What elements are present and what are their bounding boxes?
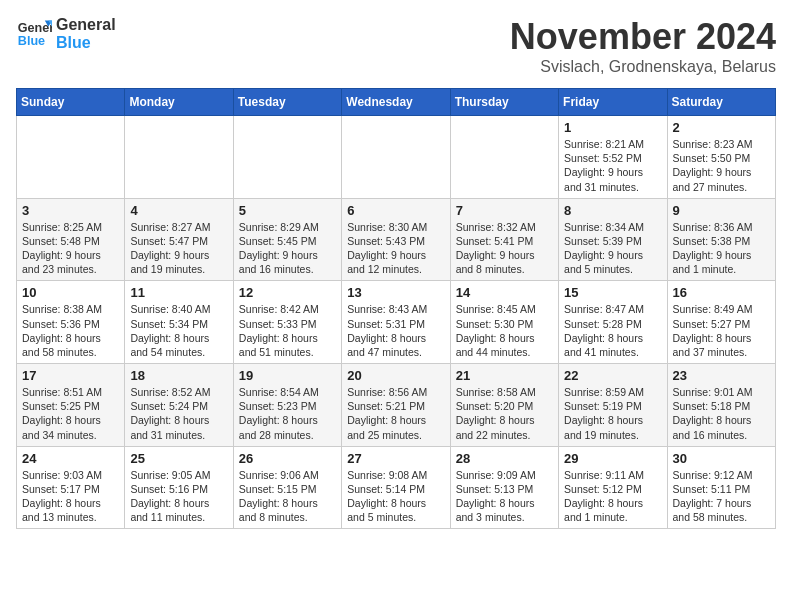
- calendar-cell: 29Sunrise: 9:11 AM Sunset: 5:12 PM Dayli…: [559, 446, 667, 529]
- calendar-cell: 20Sunrise: 8:56 AM Sunset: 5:21 PM Dayli…: [342, 364, 450, 447]
- day-number: 17: [22, 368, 119, 383]
- day-info: Sunrise: 8:54 AM Sunset: 5:23 PM Dayligh…: [239, 385, 336, 442]
- day-number: 1: [564, 120, 661, 135]
- day-info: Sunrise: 8:58 AM Sunset: 5:20 PM Dayligh…: [456, 385, 553, 442]
- header-friday: Friday: [559, 89, 667, 116]
- day-number: 14: [456, 285, 553, 300]
- header-tuesday: Tuesday: [233, 89, 341, 116]
- day-info: Sunrise: 8:45 AM Sunset: 5:30 PM Dayligh…: [456, 302, 553, 359]
- calendar-cell: [342, 116, 450, 199]
- calendar-cell: [125, 116, 233, 199]
- calendar-cell: 21Sunrise: 8:58 AM Sunset: 5:20 PM Dayli…: [450, 364, 558, 447]
- day-info: Sunrise: 8:49 AM Sunset: 5:27 PM Dayligh…: [673, 302, 770, 359]
- calendar-cell: [233, 116, 341, 199]
- day-info: Sunrise: 9:03 AM Sunset: 5:17 PM Dayligh…: [22, 468, 119, 525]
- day-number: 9: [673, 203, 770, 218]
- calendar-cell: 6Sunrise: 8:30 AM Sunset: 5:43 PM Daylig…: [342, 198, 450, 281]
- header-saturday: Saturday: [667, 89, 775, 116]
- calendar-cell: 5Sunrise: 8:29 AM Sunset: 5:45 PM Daylig…: [233, 198, 341, 281]
- day-number: 11: [130, 285, 227, 300]
- day-info: Sunrise: 8:36 AM Sunset: 5:38 PM Dayligh…: [673, 220, 770, 277]
- day-info: Sunrise: 8:30 AM Sunset: 5:43 PM Dayligh…: [347, 220, 444, 277]
- calendar-cell: 17Sunrise: 8:51 AM Sunset: 5:25 PM Dayli…: [17, 364, 125, 447]
- calendar-table: SundayMondayTuesdayWednesdayThursdayFrid…: [16, 88, 776, 529]
- day-info: Sunrise: 8:43 AM Sunset: 5:31 PM Dayligh…: [347, 302, 444, 359]
- day-info: Sunrise: 8:32 AM Sunset: 5:41 PM Dayligh…: [456, 220, 553, 277]
- calendar-cell: 27Sunrise: 9:08 AM Sunset: 5:14 PM Dayli…: [342, 446, 450, 529]
- title-block: November 2024 Svislach, Grodnenskaya, Be…: [510, 16, 776, 76]
- calendar-cell: 12Sunrise: 8:42 AM Sunset: 5:33 PM Dayli…: [233, 281, 341, 364]
- header-sunday: Sunday: [17, 89, 125, 116]
- day-info: Sunrise: 8:34 AM Sunset: 5:39 PM Dayligh…: [564, 220, 661, 277]
- calendar-cell: 28Sunrise: 9:09 AM Sunset: 5:13 PM Dayli…: [450, 446, 558, 529]
- calendar-cell: 25Sunrise: 9:05 AM Sunset: 5:16 PM Dayli…: [125, 446, 233, 529]
- day-number: 24: [22, 451, 119, 466]
- calendar-cell: 7Sunrise: 8:32 AM Sunset: 5:41 PM Daylig…: [450, 198, 558, 281]
- calendar-cell: 19Sunrise: 8:54 AM Sunset: 5:23 PM Dayli…: [233, 364, 341, 447]
- day-number: 12: [239, 285, 336, 300]
- header-wednesday: Wednesday: [342, 89, 450, 116]
- day-info: Sunrise: 9:01 AM Sunset: 5:18 PM Dayligh…: [673, 385, 770, 442]
- calendar-cell: 13Sunrise: 8:43 AM Sunset: 5:31 PM Dayli…: [342, 281, 450, 364]
- day-number: 7: [456, 203, 553, 218]
- calendar-cell: 30Sunrise: 9:12 AM Sunset: 5:11 PM Dayli…: [667, 446, 775, 529]
- day-number: 13: [347, 285, 444, 300]
- calendar-cell: 14Sunrise: 8:45 AM Sunset: 5:30 PM Dayli…: [450, 281, 558, 364]
- calendar-cell: 9Sunrise: 8:36 AM Sunset: 5:38 PM Daylig…: [667, 198, 775, 281]
- calendar-cell: 10Sunrise: 8:38 AM Sunset: 5:36 PM Dayli…: [17, 281, 125, 364]
- logo-icon: General Blue: [16, 16, 52, 52]
- calendar-cell: 2Sunrise: 8:23 AM Sunset: 5:50 PM Daylig…: [667, 116, 775, 199]
- month-title: November 2024: [510, 16, 776, 58]
- calendar-cell: 22Sunrise: 8:59 AM Sunset: 5:19 PM Dayli…: [559, 364, 667, 447]
- day-number: 28: [456, 451, 553, 466]
- day-info: Sunrise: 9:09 AM Sunset: 5:13 PM Dayligh…: [456, 468, 553, 525]
- logo-line1: General: [56, 16, 116, 34]
- day-number: 25: [130, 451, 227, 466]
- calendar-cell: 16Sunrise: 8:49 AM Sunset: 5:27 PM Dayli…: [667, 281, 775, 364]
- day-number: 15: [564, 285, 661, 300]
- day-number: 27: [347, 451, 444, 466]
- day-number: 4: [130, 203, 227, 218]
- calendar-cell: 26Sunrise: 9:06 AM Sunset: 5:15 PM Dayli…: [233, 446, 341, 529]
- day-number: 18: [130, 368, 227, 383]
- day-number: 5: [239, 203, 336, 218]
- day-info: Sunrise: 8:56 AM Sunset: 5:21 PM Dayligh…: [347, 385, 444, 442]
- day-info: Sunrise: 8:29 AM Sunset: 5:45 PM Dayligh…: [239, 220, 336, 277]
- day-info: Sunrise: 8:27 AM Sunset: 5:47 PM Dayligh…: [130, 220, 227, 277]
- calendar-cell: 18Sunrise: 8:52 AM Sunset: 5:24 PM Dayli…: [125, 364, 233, 447]
- header-monday: Monday: [125, 89, 233, 116]
- day-number: 10: [22, 285, 119, 300]
- day-number: 30: [673, 451, 770, 466]
- day-info: Sunrise: 8:25 AM Sunset: 5:48 PM Dayligh…: [22, 220, 119, 277]
- calendar-cell: 23Sunrise: 9:01 AM Sunset: 5:18 PM Dayli…: [667, 364, 775, 447]
- location: Svislach, Grodnenskaya, Belarus: [510, 58, 776, 76]
- calendar-cell: [17, 116, 125, 199]
- calendar-week-3: 10Sunrise: 8:38 AM Sunset: 5:36 PM Dayli…: [17, 281, 776, 364]
- day-number: 6: [347, 203, 444, 218]
- calendar-header-row: SundayMondayTuesdayWednesdayThursdayFrid…: [17, 89, 776, 116]
- day-info: Sunrise: 9:11 AM Sunset: 5:12 PM Dayligh…: [564, 468, 661, 525]
- day-number: 3: [22, 203, 119, 218]
- svg-text:Blue: Blue: [18, 34, 45, 48]
- calendar-week-5: 24Sunrise: 9:03 AM Sunset: 5:17 PM Dayli…: [17, 446, 776, 529]
- calendar-cell: 24Sunrise: 9:03 AM Sunset: 5:17 PM Dayli…: [17, 446, 125, 529]
- calendar-cell: 8Sunrise: 8:34 AM Sunset: 5:39 PM Daylig…: [559, 198, 667, 281]
- day-info: Sunrise: 8:47 AM Sunset: 5:28 PM Dayligh…: [564, 302, 661, 359]
- calendar-cell: 1Sunrise: 8:21 AM Sunset: 5:52 PM Daylig…: [559, 116, 667, 199]
- calendar-cell: 3Sunrise: 8:25 AM Sunset: 5:48 PM Daylig…: [17, 198, 125, 281]
- calendar-cell: 15Sunrise: 8:47 AM Sunset: 5:28 PM Dayli…: [559, 281, 667, 364]
- page-header: General Blue General Blue November 2024 …: [16, 16, 776, 76]
- day-info: Sunrise: 8:59 AM Sunset: 5:19 PM Dayligh…: [564, 385, 661, 442]
- calendar-cell: [450, 116, 558, 199]
- day-number: 23: [673, 368, 770, 383]
- day-number: 8: [564, 203, 661, 218]
- calendar-cell: 4Sunrise: 8:27 AM Sunset: 5:47 PM Daylig…: [125, 198, 233, 281]
- day-number: 20: [347, 368, 444, 383]
- day-info: Sunrise: 9:08 AM Sunset: 5:14 PM Dayligh…: [347, 468, 444, 525]
- day-number: 22: [564, 368, 661, 383]
- day-info: Sunrise: 9:12 AM Sunset: 5:11 PM Dayligh…: [673, 468, 770, 525]
- day-number: 19: [239, 368, 336, 383]
- day-number: 29: [564, 451, 661, 466]
- calendar-cell: 11Sunrise: 8:40 AM Sunset: 5:34 PM Dayli…: [125, 281, 233, 364]
- day-info: Sunrise: 8:21 AM Sunset: 5:52 PM Dayligh…: [564, 137, 661, 194]
